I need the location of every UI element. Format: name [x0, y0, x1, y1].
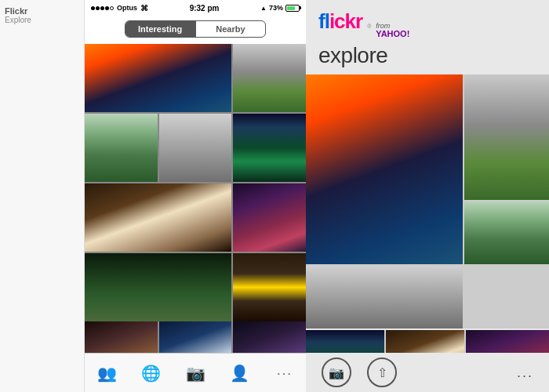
flickr-pink: ickr: [329, 9, 362, 33]
photo-cows[interactable]: [233, 44, 306, 112]
partial-cell-1: [85, 321, 158, 353]
battery-icon: [285, 5, 300, 12]
wp-camera-icon: 📷: [329, 365, 344, 380]
wp-photo-aurora[interactable]: [306, 330, 384, 353]
photo-grid: [85, 44, 306, 321]
wp-tab-icons: 📷 ⇧: [322, 358, 397, 387]
people-icon: 👥: [97, 364, 117, 383]
tab-nearby[interactable]: Nearby: [196, 21, 265, 37]
photo-forest[interactable]: [85, 253, 231, 321]
photo-robot[interactable]: [159, 114, 232, 182]
wp-photo-grid: [306, 74, 549, 328]
wp-photo-robot[interactable]: [306, 266, 463, 328]
tab-profile[interactable]: 👤: [217, 364, 261, 383]
camera-icon: 📷: [186, 364, 205, 383]
photo-beach[interactable]: [85, 44, 231, 112]
signal-dot-1: [91, 6, 95, 10]
signal-dot-5: [110, 6, 114, 10]
partial-row: [85, 321, 306, 353]
wp-bottom-bar: 📷 ⇧ ...: [306, 353, 549, 392]
segment-control[interactable]: Interesting Nearby: [125, 20, 266, 38]
wp-photo-flowers[interactable]: [466, 330, 549, 353]
yahoo-container: from YAHOO!: [376, 23, 409, 38]
photo-tunnel[interactable]: [233, 253, 306, 321]
person-icon: 👤: [230, 364, 249, 383]
wp-content: flickr ® from YAHOO! explore: [306, 0, 549, 353]
signal-strength: [91, 6, 114, 10]
wp-panel: flickr ® from YAHOO! explore: [306, 0, 549, 392]
wp-upload-icon: ⇧: [377, 365, 387, 380]
tab-interesting[interactable]: Interesting: [125, 21, 195, 37]
status-left: Optus ⌘: [91, 4, 148, 13]
tab-bar: 👥 🌐 📷 👤 ⋯: [85, 353, 306, 392]
wp-more-button[interactable]: ...: [517, 365, 533, 381]
page-name: Explore: [5, 16, 79, 24]
flickr-logo: flickr: [318, 9, 362, 34]
app-name: Flickr: [5, 6, 79, 16]
photo-flowers[interactable]: [233, 183, 306, 252]
wp-photo-cows[interactable]: [464, 74, 549, 200]
wifi-icon: ⌘: [140, 4, 148, 13]
partial-cell-3: [233, 321, 306, 353]
photo-owl[interactable]: [85, 114, 158, 182]
ios-panel: Flickr Explore Optus ⌘ 9:32 pm ▲ 73%: [0, 0, 306, 392]
carrier-name: Optus: [117, 4, 137, 12]
sidebar: Flickr Explore: [0, 0, 85, 392]
wp-photo-row2: [306, 330, 549, 353]
battery-percent: 73%: [269, 4, 283, 12]
location-icon: ▲: [260, 5, 267, 12]
flickr-blue: fl: [318, 9, 329, 33]
more-icon: ⋯: [276, 364, 292, 383]
ios-phone: Optus ⌘ 9:32 pm ▲ 73% Interesting Nearby: [85, 0, 306, 392]
status-time: 9:32 pm: [190, 4, 220, 13]
status-right: ▲ 73%: [260, 4, 300, 12]
tab-more[interactable]: ⋯: [262, 364, 306, 383]
photo-aurora[interactable]: [233, 114, 306, 182]
signal-dot-4: [105, 6, 109, 10]
flickr-header: flickr ® from YAHOO!: [306, 0, 549, 42]
wp-photo-rally[interactable]: [386, 330, 464, 353]
partial-cell-2: [159, 321, 232, 353]
tab-people[interactable]: 👥: [85, 364, 129, 383]
segment-bar: Interesting Nearby: [85, 16, 306, 44]
yahoo-logo: YAHOO!: [376, 30, 409, 38]
wp-photo-owl[interactable]: [464, 201, 549, 264]
explore-heading: explore: [306, 42, 549, 74]
battery-fill: [287, 6, 295, 10]
signal-dot-2: [96, 6, 100, 10]
tab-globe[interactable]: 🌐: [129, 364, 173, 383]
tab-camera[interactable]: 📷: [173, 364, 217, 383]
status-bar: Optus ⌘ 9:32 pm ▲ 73%: [85, 0, 306, 16]
signal-dot-3: [100, 6, 104, 10]
wp-camera-button[interactable]: 📷: [322, 358, 351, 387]
registered-mark: ®: [367, 24, 371, 29]
photo-rally[interactable]: [85, 183, 231, 252]
wp-photo-main[interactable]: [306, 74, 463, 264]
wp-upload-button[interactable]: ⇧: [367, 358, 397, 387]
globe-icon: 🌐: [141, 364, 161, 383]
